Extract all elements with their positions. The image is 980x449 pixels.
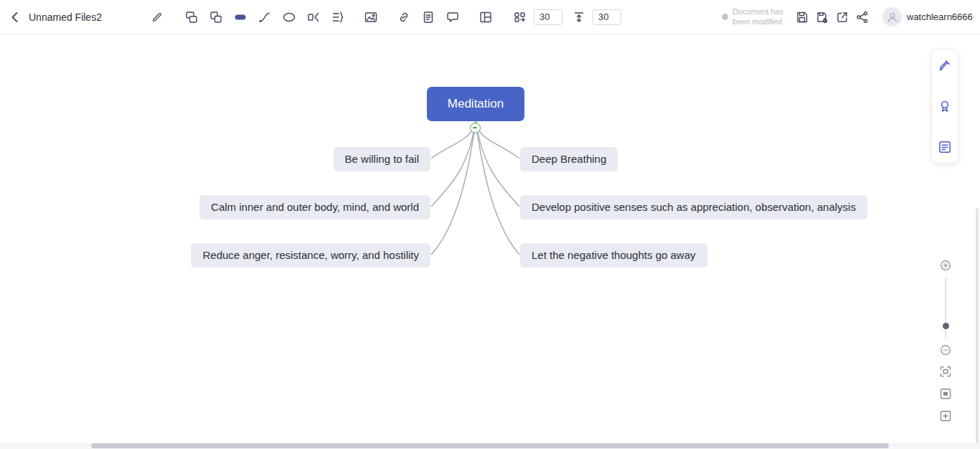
save-as-icon — [815, 10, 829, 24]
mindmap-canvas[interactable]: Meditation Be willing to fail Calm inner… — [0, 34, 980, 449]
file-actions — [792, 5, 872, 29]
zoom-in-button[interactable] — [938, 258, 953, 273]
topic-node[interactable]: Let the negative thoughts go away — [520, 243, 707, 268]
zoom-slider-thumb[interactable] — [943, 323, 949, 329]
back-button[interactable] — [3, 5, 27, 29]
full-canvas-icon — [938, 409, 953, 423]
v-spacing-input[interactable] — [593, 9, 621, 25]
fit-screen-button[interactable] — [938, 364, 953, 379]
hyperlink-icon — [397, 10, 411, 24]
outline-view-button[interactable] — [935, 138, 955, 156]
sticker-icon — [937, 98, 953, 114]
relationship-icon — [258, 10, 272, 24]
zoom-out-icon — [939, 344, 952, 356]
topic-node[interactable]: Reduce anger, resistance, worry, and hos… — [191, 243, 430, 268]
rename-button[interactable] — [145, 5, 169, 29]
side-tool-panel — [931, 49, 958, 164]
vertical-spacing-icon — [572, 10, 586, 24]
outline-numbering-icon — [331, 10, 345, 24]
export-icon — [835, 10, 849, 24]
v-spacing-button[interactable] — [567, 5, 591, 29]
comment-icon — [446, 10, 460, 24]
topic-node[interactable]: Calm inner and outer body, mind, and wor… — [199, 195, 430, 219]
status-line2: been modified — [732, 17, 782, 26]
zoom-controls — [937, 258, 954, 423]
horizontal-spacing-icon — [513, 10, 527, 24]
topic-node[interactable]: Deep Breathing — [520, 147, 618, 171]
summary-icon — [306, 10, 321, 24]
fit-screen-icon — [938, 364, 953, 379]
status-text: Document has been modified — [732, 7, 783, 27]
center-topic-button[interactable] — [938, 387, 953, 401]
slide-panel-button[interactable] — [473, 5, 498, 29]
full-canvas-button[interactable] — [938, 409, 953, 423]
note-button[interactable] — [416, 5, 440, 29]
zoom-in-icon — [939, 259, 952, 272]
save-as-button[interactable] — [812, 5, 832, 29]
topic-shape-button[interactable] — [228, 5, 253, 29]
status-line1: Document has — [732, 7, 783, 16]
user-avatar[interactable] — [882, 7, 902, 27]
zoom-out-button[interactable] — [938, 343, 953, 357]
horizontal-scrollbar[interactable] — [91, 443, 889, 448]
hyperlink-button[interactable] — [392, 5, 416, 29]
edit-title-icon — [151, 11, 164, 24]
image-icon — [364, 10, 378, 24]
layout-style-icon — [184, 10, 199, 24]
zoom-slider-track — [945, 277, 946, 339]
outline-view-icon — [937, 139, 953, 155]
back-icon — [8, 10, 22, 24]
center-topic-icon — [938, 387, 953, 401]
collapse-button[interactable] — [470, 123, 481, 133]
username[interactable]: watchlearn6666 — [907, 11, 980, 22]
status-dot-icon — [722, 14, 728, 20]
vertical-scrollbar[interactable] — [976, 208, 979, 445]
numbering-button[interactable] — [326, 5, 350, 29]
export-button[interactable] — [832, 5, 852, 29]
document-title: Unnamed Files2 — [29, 11, 145, 23]
root-topic[interactable]: Meditation — [427, 87, 524, 121]
relationship-button[interactable] — [253, 5, 277, 29]
zoom-slider[interactable] — [941, 277, 951, 339]
document-title-wrap: Unnamed Files2 — [29, 5, 169, 29]
summary-button[interactable] — [301, 5, 326, 29]
save-button[interactable] — [792, 5, 812, 29]
copy-style-icon — [209, 10, 223, 24]
share-icon — [855, 10, 870, 24]
share-button[interactable] — [852, 5, 872, 29]
slide-panel-icon — [479, 10, 493, 24]
h-spacing-button[interactable] — [508, 5, 532, 29]
note-icon — [421, 10, 435, 24]
topic-node[interactable]: Be willing to fail — [334, 147, 430, 171]
insert-image-button[interactable] — [359, 5, 383, 29]
comment-button[interactable] — [440, 5, 465, 29]
top-toolbar: Unnamed Files2 — [0, 0, 980, 34]
h-spacing-input[interactable] — [534, 9, 562, 25]
boundary-button[interactable] — [277, 5, 301, 29]
user-icon — [886, 11, 899, 24]
topic-node[interactable]: Develop positive senses such as apprecia… — [520, 195, 867, 219]
sticker-button[interactable] — [935, 98, 955, 115]
document-status: Document has been modified — [716, 7, 783, 27]
topic-shape-icon — [233, 10, 248, 24]
boundary-icon — [282, 10, 296, 24]
fit-buttons — [938, 364, 953, 423]
copy-style-button[interactable] — [204, 5, 228, 29]
layout-style-button[interactable] — [179, 5, 204, 29]
theme-brush-icon — [937, 57, 953, 73]
save-icon — [795, 10, 809, 24]
theme-brush-button[interactable] — [935, 57, 955, 74]
